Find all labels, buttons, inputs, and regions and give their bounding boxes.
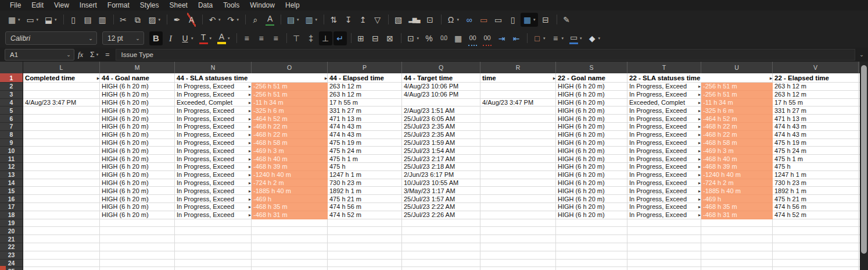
cell-T3[interactable]: In Progress, Exceed▸: [627, 91, 701, 99]
cell-T24[interactable]: [627, 260, 701, 268]
cell-T7[interactable]: In Progress, Exceed▸: [627, 123, 701, 131]
cell-T4[interactable]: Exceeded, Complet▸: [627, 99, 701, 107]
cell-L5[interactable]: [23, 106, 100, 115]
cell-M10[interactable]: HIGH (6 h 20 m): [100, 147, 175, 155]
cell-V15[interactable]: 1892 h 1 m: [773, 187, 859, 195]
cell-O25[interactable]: [252, 267, 328, 270]
cell-P2[interactable]: 263 h 12 m: [328, 83, 402, 91]
vertical-scrollbar[interactable]: [860, 62, 868, 270]
cell-N2[interactable]: In Progress, Exceed▸: [175, 83, 252, 91]
cell-Q14[interactable]: 10/Jul/23 10:55 AM: [402, 179, 480, 187]
cell-R14[interactable]: [480, 179, 556, 187]
cell-S4[interactable]: HIGH (6 h 20 m): [556, 99, 627, 107]
cell-M15[interactable]: HIGH (6 h 20 m): [100, 187, 175, 195]
font-name-combo[interactable]: Calibri ⌄: [5, 31, 97, 45]
cell-O7[interactable]: -468 h 22 m: [252, 123, 328, 131]
cell-M14[interactable]: HIGH (6 h 20 m): [100, 179, 175, 187]
cell-T22[interactable]: [627, 243, 701, 251]
cell-L14[interactable]: [23, 179, 100, 187]
cell-L25[interactable]: [23, 267, 100, 270]
row-header-22[interactable]: 22: [0, 243, 23, 251]
cell-L7[interactable]: [23, 123, 100, 131]
cell-P9[interactable]: 475 h 19 m: [328, 139, 402, 147]
cell-N7[interactable]: In Progress, Exceed▸: [175, 123, 252, 131]
cell-T2[interactable]: In Progress, Exceed▸: [627, 83, 701, 91]
columns-button[interactable]: ▥▾: [303, 13, 320, 27]
cell-N9[interactable]: In Progress, Exceed▸: [175, 139, 252, 147]
new-spreadsheet-button[interactable]: ▦▾: [5, 13, 23, 27]
add-decimal-place-button[interactable]: 00: [466, 31, 479, 45]
cell-T20[interactable]: [627, 227, 701, 235]
cell-S2[interactable]: HIGH (6 h 20 m): [556, 83, 627, 91]
cell-O5[interactable]: -325 h 6 m: [252, 106, 328, 115]
menu-item-window[interactable]: Window: [245, 1, 280, 10]
cell-Q3[interactable]: 4/Aug/23 10:06 PM: [402, 91, 480, 99]
align-bottom-button[interactable]: ⊥: [319, 31, 332, 45]
cell-P22[interactable]: [328, 243, 402, 251]
cell-U5[interactable]: -325 h 6 m: [701, 106, 773, 115]
cell-M12[interactable]: HIGH (6 h 20 m): [100, 163, 175, 171]
cell-M18[interactable]: HIGH (6 h 20 m): [100, 211, 175, 219]
cell-P19[interactable]: [328, 219, 402, 228]
cell-V19[interactable]: [773, 219, 859, 228]
copy-button[interactable]: ⧉: [131, 13, 145, 27]
cell-V12[interactable]: 475 h: [773, 163, 859, 171]
cell-Q15[interactable]: 3/May/23 1:17 AM: [402, 187, 480, 195]
clear-formatting-button[interactable]: A: [185, 13, 198, 27]
cell-Q19[interactable]: [402, 219, 480, 228]
cell-U16[interactable]: -469 h: [701, 195, 773, 203]
chevron-down-icon[interactable]: ▾: [228, 36, 230, 41]
open-file-button[interactable]: ▭▾: [24, 13, 41, 27]
chevron-down-icon[interactable]: ▾: [18, 17, 20, 22]
increase-indent-button[interactable]: ⇥: [495, 31, 508, 45]
cell-R8[interactable]: [480, 131, 556, 139]
find-replace-button[interactable]: ⌕: [249, 13, 262, 27]
cell-S10[interactable]: HIGH (6 h 20 m): [556, 147, 627, 155]
column-header-P[interactable]: P: [328, 62, 402, 73]
cell-Q5[interactable]: 2/Aug/23 1:51 AM: [402, 106, 480, 115]
cell-Q23[interactable]: [402, 251, 480, 260]
row-header-3[interactable]: 3: [0, 91, 23, 99]
cell-R10[interactable]: [480, 147, 556, 155]
sort-descending-button[interactable]: ↥: [356, 13, 370, 27]
cell-S21[interactable]: [556, 235, 627, 243]
unmerge-cells-button[interactable]: ⊠: [383, 31, 397, 45]
cell-V18[interactable]: 474 h 52 m: [773, 211, 859, 219]
cell-L1[interactable]: Completed time▸: [23, 73, 100, 83]
cell-M21[interactable]: [100, 235, 175, 243]
cell-O20[interactable]: [252, 227, 328, 235]
chevron-down-icon[interactable]: ▾: [598, 36, 601, 41]
cell-N14[interactable]: In Progress, Exceed▸: [175, 179, 252, 187]
text-box-button[interactable]: ▭: [492, 13, 505, 27]
function-wizard-button[interactable]: fx: [74, 51, 87, 59]
cell-S19[interactable]: [556, 219, 627, 228]
cell-Q25[interactable]: [402, 267, 480, 270]
cell-R1[interactable]: time▸: [480, 73, 556, 83]
cell-S25[interactable]: [556, 267, 627, 270]
cell-S6[interactable]: HIGH (6 h 20 m): [556, 115, 627, 123]
cell-T9[interactable]: In Progress, Exceed▸: [627, 139, 701, 147]
row-header-14[interactable]: 14: [0, 179, 23, 187]
chevron-down-icon[interactable]: ▾: [237, 17, 239, 22]
border-color-button[interactable]: ▭▾: [567, 31, 584, 45]
cell-O16[interactable]: -469 h: [252, 195, 328, 203]
column-header-L[interactable]: L: [23, 62, 100, 73]
cell-P20[interactable]: [328, 227, 402, 235]
row-header-8[interactable]: 8: [0, 131, 23, 139]
cell-L11[interactable]: [23, 155, 100, 163]
cell-V24[interactable]: [773, 260, 859, 268]
cell-O1[interactable]: ▸: [252, 73, 328, 83]
cell-N17[interactable]: In Progress, Exceed▸: [175, 203, 252, 211]
cell-P10[interactable]: 475 h 24 m: [328, 147, 402, 155]
cell-L6[interactable]: [23, 115, 100, 123]
cell-N20[interactable]: [175, 227, 252, 235]
chevron-down-icon[interactable]: ▾: [543, 36, 546, 41]
cell-R5[interactable]: [480, 106, 556, 115]
cell-P21[interactable]: [328, 235, 402, 243]
row-header-9[interactable]: 9: [0, 139, 23, 147]
cell-T13[interactable]: In Progress, Exceed▸: [627, 171, 701, 179]
cell-U4[interactable]: -11 h 34 m: [701, 99, 773, 107]
cell-O15[interactable]: -1885 h 40 m: [252, 187, 328, 195]
cell-N10[interactable]: In Progress, Exceed▸: [175, 147, 252, 155]
menu-item-view[interactable]: View: [49, 1, 74, 10]
